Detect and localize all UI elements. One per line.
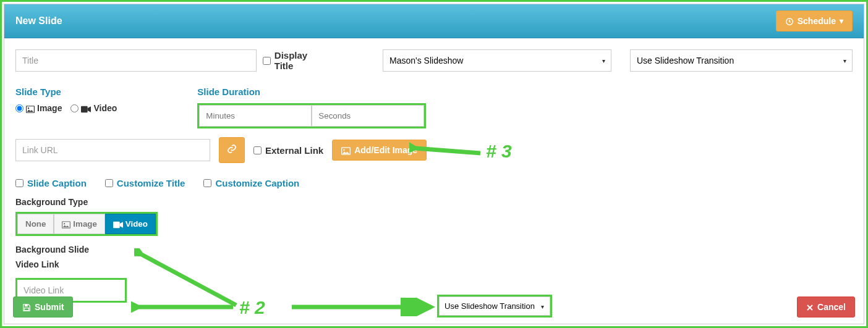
slide-type-image-radio[interactable] [15,104,23,112]
video-icon [81,103,91,113]
slide-type-video-radio-wrap[interactable]: Video [70,103,117,113]
display-title-label: Display Title [274,50,327,71]
clock-icon [785,16,794,26]
cancel-label: Cancel [817,302,846,312]
submit-label: Submit [35,302,64,312]
slide-type-image-label: Image [37,103,62,113]
customize-title-checkbox-wrap[interactable]: Customize Title [105,178,185,188]
slide-type-image-radio-wrap[interactable]: Image [15,103,62,113]
slide-duration-label: Slide Duration [197,86,426,97]
background-type-label: Background Type [15,197,853,207]
add-edit-image-label: Add/Edit Image [354,145,417,155]
customize-title-checkbox[interactable] [105,179,113,187]
customize-caption-label: Customize Caption [215,178,299,188]
link-icon [227,144,237,156]
slideshow-select[interactable]: Mason's Slideshow [383,49,611,72]
slide-caption-label: Slide Caption [27,178,87,188]
picture-icon [26,103,35,113]
bg-none-button[interactable]: None [17,214,54,234]
picture-icon [62,219,70,229]
video-link-label: Video Link [15,259,853,269]
slide-type-video-radio[interactable] [70,104,79,112]
display-title-checkbox-wrap[interactable]: Display Title [263,50,327,71]
save-icon [22,302,31,312]
chevron-down-icon: ▾ [840,17,843,25]
svg-rect-8 [113,221,120,228]
svg-rect-14 [25,308,29,311]
header-title: New Slide [15,15,62,27]
modal-header: New Slide Schedule ▾ [4,4,864,38]
bg-image-button[interactable]: Image [54,214,105,234]
customize-caption-checkbox[interactable] [203,179,211,187]
svg-rect-13 [25,305,28,307]
link-url-input[interactable] [15,139,210,161]
slide-caption-checkbox[interactable] [15,179,23,187]
slide-type-label: Slide Type [15,86,117,97]
svg-rect-3 [81,106,88,112]
svg-point-7 [64,223,65,224]
display-title-checkbox[interactable] [263,57,271,65]
slide-type-video-label: Video [93,103,117,113]
video-icon [113,219,123,229]
bg-video-button[interactable]: Video [105,214,156,234]
bg-image-label: Image [73,219,97,229]
picture-icon [341,145,351,155]
seconds-input[interactable] [312,105,424,127]
schedule-label: Schedule [798,16,836,26]
svg-point-2 [28,107,29,109]
add-edit-image-button[interactable]: Add/Edit Image [332,140,427,161]
cancel-button[interactable]: Cancel [797,296,855,317]
external-link-label: External Link [265,145,323,156]
background-slide-label: Background Slide [15,245,853,254]
link-button[interactable] [219,137,245,163]
submit-button[interactable]: Submit [13,296,73,317]
svg-point-5 [343,149,345,151]
title-input[interactable] [15,49,257,72]
schedule-button[interactable]: Schedule ▾ [776,11,853,32]
transition-select[interactable]: Use Slideshow Transition [630,49,853,72]
customize-title-label: Customize Title [117,178,185,188]
close-icon [806,302,814,312]
background-type-buttons-highlight: None Image Video [15,212,158,236]
slide-caption-checkbox-wrap[interactable]: Slide Caption [15,178,87,188]
customize-caption-checkbox-wrap[interactable]: Customize Caption [203,178,299,188]
external-link-checkbox-wrap[interactable]: External Link [253,145,323,156]
bg-none-label: None [25,219,46,229]
duration-inputs-highlight [197,103,426,128]
external-link-checkbox[interactable] [253,146,262,154]
bg-video-label: Video [126,219,148,229]
minutes-input[interactable] [199,105,312,127]
